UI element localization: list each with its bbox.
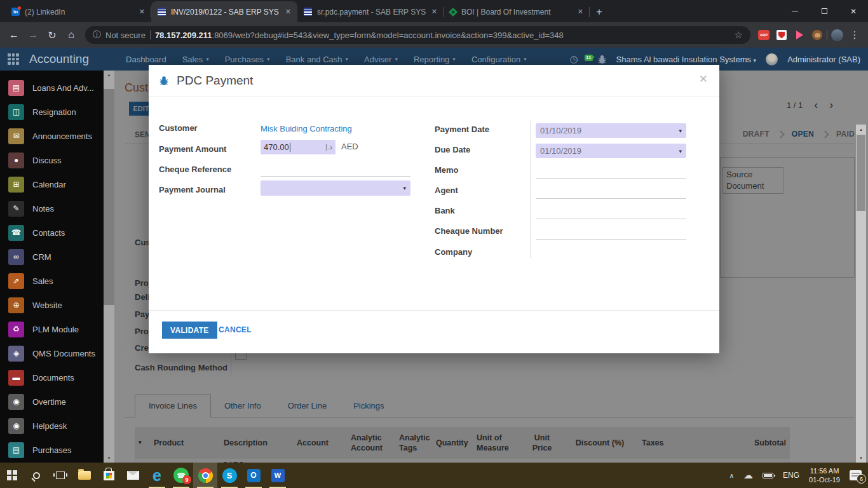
payment-journal-select[interactable]: ▾ [261, 180, 410, 196]
taskbar-clock[interactable]: 11:56 AM 01-Oct-19 [809, 466, 840, 485]
action-center-icon[interactable]: 6 [850, 470, 862, 480]
boi-favicon [449, 7, 458, 16]
home-icon[interactable]: ⌂ [62, 26, 80, 44]
sidebar-item-overtime[interactable]: ◉Overtime [0, 390, 104, 414]
payment-amount-input[interactable]: 470.00 د.إ [261, 140, 336, 154]
debug-bug-icon[interactable] [597, 55, 607, 64]
shield-extension-icon[interactable] [773, 27, 790, 43]
cheque-reference-input[interactable] [261, 165, 410, 177]
close-tab-icon[interactable]: ✕ [578, 8, 583, 16]
chevron-down-icon: ▾ [524, 56, 527, 62]
scroll-down-icon[interactable]: ▼ [104, 454, 114, 463]
bookmark-star-icon[interactable]: ☆ [735, 29, 743, 41]
scroll-up-icon[interactable]: ▲ [856, 125, 866, 134]
show-hidden-icons[interactable]: ∧ [729, 472, 734, 479]
menu-purchases[interactable]: Purchases▾ [225, 55, 270, 64]
battery-icon[interactable] [763, 473, 773, 478]
sidebar-item-documents[interactable]: ▬Documents [0, 365, 104, 390]
sidebar-item-calendar[interactable]: ⊞Calendar [0, 172, 104, 196]
play-extension-icon[interactable] [791, 27, 808, 43]
monkey-extension-icon[interactable] [809, 27, 825, 43]
user-menu[interactable]: Administrator (SAB) [787, 55, 860, 64]
tab-title: sr.pdc.payment - SAB ERP SYS [317, 8, 426, 17]
sidebar-item-sales[interactable]: ⇗Sales [0, 269, 104, 293]
sidebar-item-qms-documents[interactable]: ◈QMS Documents [0, 341, 104, 365]
close-tab-icon[interactable]: ✕ [139, 8, 145, 16]
sidebar-item-announcements[interactable]: ✉Announcements [0, 124, 104, 148]
app-title[interactable]: Accounting [29, 52, 89, 66]
close-icon[interactable]: ✕ [699, 72, 708, 86]
date: 01-Oct-19 [809, 475, 840, 484]
menu-adviser[interactable]: Adviser▾ [364, 55, 398, 64]
tab-linkedin[interactable]: in (2) LinkedIn ✕ [5, 1, 151, 22]
sidebar-item-loans[interactable]: ▤Loans And Adv... [0, 76, 104, 100]
search-button[interactable] [24, 463, 48, 488]
forward-icon[interactable]: → [24, 26, 42, 44]
sidebar-item-contacts[interactable]: ☎Contacts [0, 220, 104, 245]
tab-invoice[interactable]: INV/2019/0122 - SAB ERP SYS ✕ [151, 1, 297, 22]
adblock-plus-extension-icon[interactable]: ABP [756, 27, 772, 43]
sidebar-item-purchases[interactable]: ▤Purchases [0, 438, 104, 462]
back-icon[interactable]: ← [5, 26, 23, 44]
menu-bank-and-cash[interactable]: Bank and Cash▾ [286, 55, 348, 64]
info-icon[interactable]: ⓘ [93, 29, 101, 41]
url-text[interactable]: 78.157.209.211:8069/web?debug#id=543&vie… [155, 30, 726, 40]
sidebar-item-notes[interactable]: ✎Notes [0, 196, 104, 220]
validate-button[interactable]: VALIDATE [162, 322, 217, 339]
chevron-down-icon: ▾ [346, 56, 349, 62]
company-switcher[interactable]: Shams Al bawadi Insulation Systems ▾ [616, 55, 757, 64]
apps-grid-icon[interactable] [8, 53, 19, 65]
minimize-button[interactable] [780, 0, 810, 22]
scrollbar-thumb[interactable] [857, 135, 865, 211]
bank-input[interactable] [536, 208, 686, 219]
sidebar-item-plm-module[interactable]: ♻PLM Module [0, 317, 104, 341]
whatsapp-button[interactable]: ☎ 9 [169, 463, 193, 488]
close-tab-icon[interactable]: ✕ [431, 8, 437, 16]
scroll-up-icon[interactable]: ▲ [104, 71, 114, 79]
sidebar-item-website[interactable]: ⊕Website [0, 293, 104, 317]
agent-input[interactable] [536, 187, 686, 199]
browser-menu-icon[interactable]: ⋮ [846, 27, 863, 43]
file-explorer-button[interactable] [72, 463, 97, 488]
edge-button[interactable]: e [145, 463, 169, 488]
customer-value-link[interactable]: Misk Buiding Contracting [261, 124, 352, 133]
outlook-button[interactable]: O [241, 463, 266, 488]
reload-icon[interactable]: ↻ [43, 26, 61, 44]
menu-reporting[interactable]: Reporting▾ [414, 55, 456, 64]
sidebar-item-discuss[interactable]: ●Discuss [0, 148, 104, 172]
sidebar-item-resignation[interactable]: ◫Resignation [0, 100, 104, 124]
content-scrollbar[interactable]: ▲ ▼ [856, 125, 866, 463]
sidebar-item-crm[interactable]: ∞CRM [0, 245, 104, 269]
browser-profile-avatar[interactable] [829, 27, 845, 43]
menu-sales[interactable]: Sales▾ [182, 55, 209, 64]
word-button[interactable]: W [266, 463, 290, 488]
task-view-button[interactable] [48, 463, 72, 488]
mail-button[interactable] [121, 463, 145, 488]
language-indicator[interactable]: ENG [783, 471, 799, 480]
crm-icon: ∞ [8, 249, 24, 265]
tab-pdc-payment[interactable]: sr.pdc.payment - SAB ERP SYS ✕ [297, 1, 444, 22]
cheaque-number-input[interactable] [536, 228, 686, 240]
maximize-button[interactable] [810, 0, 839, 22]
start-button[interactable] [0, 463, 24, 488]
close-tab-icon[interactable]: ✕ [285, 8, 291, 16]
microsoft-store-button[interactable] [97, 463, 121, 488]
memo-input[interactable] [536, 167, 686, 179]
scroll-down-icon[interactable]: ▼ [856, 453, 866, 463]
menu-configuration[interactable]: Configuration▾ [471, 55, 527, 64]
activities-clock-icon[interactable]: ◷ [569, 53, 578, 65]
sidebar-item-helpdesk[interactable]: ◉Helpdesk [0, 414, 104, 438]
onedrive-cloud-icon[interactable]: ☁ [743, 470, 753, 481]
address-bar[interactable]: ⓘ Not secure 78.157.209.211:8069/web?deb… [85, 26, 750, 44]
new-tab-button[interactable]: + [590, 3, 609, 21]
payment-date-select[interactable]: 01/10/2019▾ [536, 123, 686, 138]
cancel-button[interactable]: CANCEL [219, 325, 252, 334]
menu-dashboard[interactable]: Dashboard [126, 55, 166, 64]
due-date-select[interactable]: 01/10/2019▾ [536, 144, 686, 158]
close-window-button[interactable]: ✕ [839, 0, 868, 22]
tab-boi[interactable]: BOI | Board Of Investment ✕ [444, 1, 590, 22]
chrome-button[interactable] [193, 463, 217, 488]
sidebar-scrollbar[interactable]: ▲ ▼ [104, 71, 114, 463]
scrollbar-thumb[interactable] [104, 89, 114, 305]
skype-button[interactable]: S [217, 463, 241, 488]
